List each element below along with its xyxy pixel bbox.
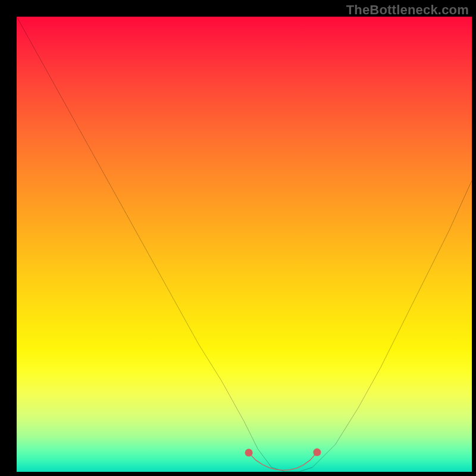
curve-svg [17, 17, 472, 472]
valley-marker-dot [313, 449, 321, 456]
valley-marker-dot [245, 449, 253, 456]
plot-area [17, 17, 472, 472]
valley-marker-group [245, 449, 321, 471]
watermark-text: TheBottleneck.com [346, 2, 469, 18]
main-curve [17, 17, 472, 472]
chart-container: TheBottleneck.com [0, 0, 476, 476]
valley-marker-path [249, 452, 317, 470]
